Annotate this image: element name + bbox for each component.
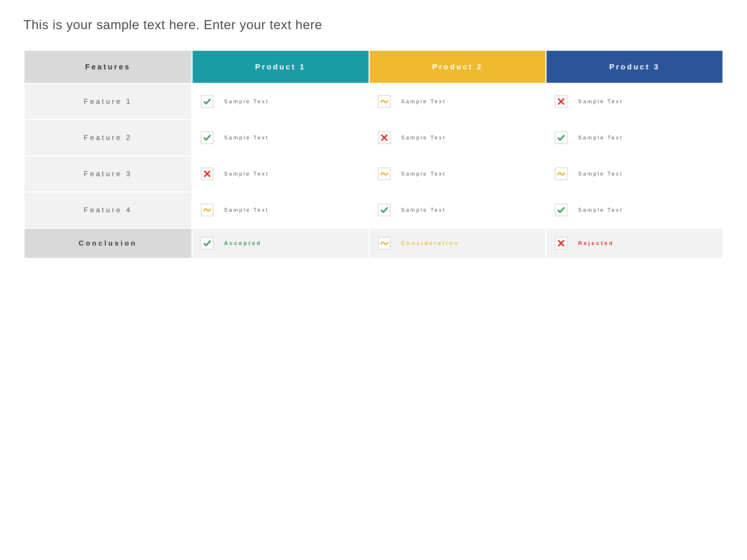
conclusion-text: Consideration xyxy=(401,240,459,246)
tilde-icon xyxy=(380,169,389,178)
header-product-1: Product 1 xyxy=(192,51,368,83)
check-icon xyxy=(203,133,211,142)
status-icon-box xyxy=(555,131,568,144)
feature-cell: Sample Text xyxy=(192,120,368,155)
conclusion-cell: Accepted xyxy=(192,229,368,258)
feature-cell: Sample Text xyxy=(370,192,546,228)
status-icon-box xyxy=(555,237,568,250)
feature-cell: Sample Text xyxy=(370,84,546,119)
status-icon-box xyxy=(201,167,213,180)
check-icon xyxy=(557,133,566,142)
status-icon-box xyxy=(201,237,213,250)
table-row: Feature 3Sample TextSample TextSample Te… xyxy=(25,156,722,191)
cell-text: Sample Text xyxy=(224,207,269,213)
table-row: Feature 4Sample TextSample TextSample Te… xyxy=(25,192,722,228)
status-icon-box xyxy=(555,95,568,108)
conclusion-cell: Consideration xyxy=(370,229,546,258)
feature-cell: Sample Text xyxy=(546,192,722,228)
cross-icon xyxy=(380,133,389,142)
tilde-icon xyxy=(380,97,389,106)
cell-text: Sample Text xyxy=(578,135,623,141)
check-icon xyxy=(380,206,389,214)
feature-cell: Sample Text xyxy=(546,120,722,155)
feature-cell: Sample Text xyxy=(370,120,546,155)
page-title: This is your sample text here. Enter you… xyxy=(23,18,724,32)
conclusion-text: Accepted xyxy=(224,240,262,246)
cell-text: Sample Text xyxy=(401,171,446,177)
tilde-icon xyxy=(557,169,566,178)
tilde-icon xyxy=(203,206,211,214)
status-icon-box xyxy=(378,204,391,216)
feature-label: Feature 2 xyxy=(25,120,191,155)
status-icon-box xyxy=(201,95,213,108)
header-product-2: Product 2 xyxy=(370,51,546,83)
status-icon-box xyxy=(378,95,391,108)
status-icon-box xyxy=(378,167,391,180)
conclusion-row: ConclusionAcceptedConsiderationRejected xyxy=(25,229,722,258)
feature-cell: Sample Text xyxy=(546,84,722,119)
feature-cell: Sample Text xyxy=(546,156,722,191)
feature-cell: Sample Text xyxy=(370,156,546,191)
check-icon xyxy=(203,97,211,106)
conclusion-label: Conclusion xyxy=(25,229,191,258)
cell-text: Sample Text xyxy=(224,171,269,177)
status-icon-box xyxy=(201,204,213,216)
check-icon xyxy=(203,239,211,248)
feature-cell: Sample Text xyxy=(192,192,368,228)
cross-icon xyxy=(557,97,566,106)
table-row: Feature 2Sample TextSample TextSample Te… xyxy=(25,120,722,155)
feature-cell: Sample Text xyxy=(192,156,368,191)
cell-text: Sample Text xyxy=(224,99,269,105)
cross-icon xyxy=(557,239,566,248)
header-row: Features Product 1 Product 2 Product 3 xyxy=(25,51,722,83)
cell-text: Sample Text xyxy=(401,135,446,141)
cell-text: Sample Text xyxy=(401,99,446,105)
status-icon-box xyxy=(555,204,568,216)
feature-cell: Sample Text xyxy=(192,84,368,119)
status-icon-box xyxy=(555,167,568,180)
status-icon-box xyxy=(201,131,213,144)
feature-label: Feature 4 xyxy=(25,192,191,228)
header-product-3: Product 3 xyxy=(546,51,722,83)
cell-text: Sample Text xyxy=(401,207,446,213)
comparison-table: Features Product 1 Product 2 Product 3 F… xyxy=(23,50,724,259)
table-row: Feature 1Sample TextSample TextSample Te… xyxy=(25,84,722,119)
cross-icon xyxy=(203,169,211,178)
status-icon-box xyxy=(378,237,391,250)
cell-text: Sample Text xyxy=(578,99,623,105)
status-icon-box xyxy=(378,131,391,144)
header-features: Features xyxy=(25,51,191,83)
feature-label: Feature 3 xyxy=(25,156,191,191)
cell-text: Sample Text xyxy=(578,171,623,177)
cell-text: Sample Text xyxy=(224,135,269,141)
conclusion-cell: Rejected xyxy=(546,229,722,258)
conclusion-text: Rejected xyxy=(578,240,614,246)
cell-text: Sample Text xyxy=(578,207,623,213)
check-icon xyxy=(557,206,566,214)
tilde-icon xyxy=(380,239,389,248)
feature-label: Feature 1 xyxy=(25,84,191,119)
